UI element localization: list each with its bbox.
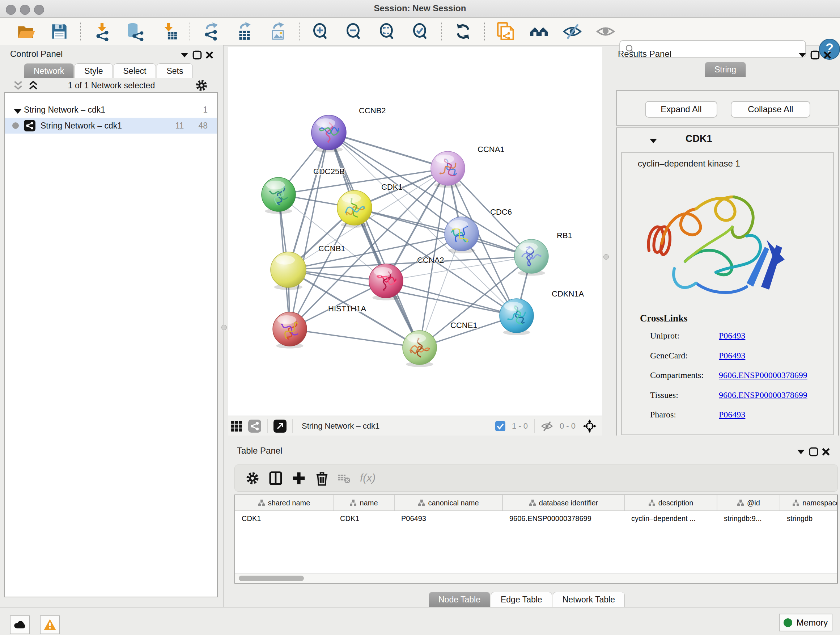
network-options-gear-icon[interactable] [195,79,208,92]
node-label-HIST1H1A: HIST1H1A [328,304,366,313]
table-row[interactable]: CDK1CDK1P064939606.ENSP00000378699cyclin… [235,511,837,526]
node-CDKN1A[interactable] [500,299,534,335]
collection-expander-icon[interactable] [11,105,24,114]
left-splitter-grip[interactable] [221,325,227,330]
crosslink-link[interactable]: P06493 [719,351,745,361]
save-session-button[interactable] [50,22,69,41]
import-table-file-button[interactable] [159,22,178,41]
edge-HIST1H1A-CCNE1[interactable] [290,329,420,348]
table-horizontal-scrollbar-track[interactable] [235,573,837,583]
export-table-button[interactable] [235,22,254,41]
zoom-fit-content-button[interactable] [377,22,397,41]
delete-columns-icon[interactable] [314,470,330,486]
network-row-selected[interactable]: String Network – cdk1 11 48 [5,118,217,134]
panel-menu-icon[interactable] [179,50,190,60]
create-column-icon[interactable] [291,470,306,486]
close-panel-icon[interactable] [204,50,215,60]
tab-select[interactable]: Select [114,63,156,78]
column-header-description[interactable]: description [625,495,717,510]
birdseye-grid-icon[interactable] [231,420,242,432]
table-cell[interactable]: stringdb [780,511,838,526]
float-panel-icon[interactable] [810,50,821,60]
collapse-all-button[interactable]: Collapse All [731,101,810,118]
table-toolbar: f(x) [234,464,838,492]
tab-sets[interactable]: Sets [156,63,193,78]
network-collection-row[interactable]: String Network – cdk1 1 [5,102,217,118]
node-label-RB1: RB1 [557,231,572,240]
open-session-button[interactable] [16,22,36,41]
refresh-view-button[interactable] [453,22,473,41]
memory-button[interactable]: Memory [779,614,832,631]
tab-string[interactable]: String [705,62,746,77]
column-header-name[interactable]: name [333,495,395,510]
edge-CCNA1-CDC25B[interactable] [279,168,448,195]
table-cell[interactable]: CDK1 [235,511,333,526]
export-image-button[interactable] [268,22,287,41]
eye-strike-button[interactable] [562,22,582,41]
column-header-shared-name[interactable]: shared name [235,495,333,510]
show-columns-icon[interactable] [268,470,283,486]
tab-edge-table[interactable]: Edge Table [491,592,552,607]
edge-CCNA1-HIST1H1A[interactable] [290,168,448,329]
edge-CCNB2-HIST1H1A[interactable] [290,133,329,329]
table-cell[interactable]: 9606.ENSP00000378699 [503,511,625,526]
table-cell[interactable]: CDK1 [333,511,395,526]
float-panel-icon[interactable] [192,50,202,60]
table-horizontal-scrollbar[interactable] [239,576,304,581]
copy-documents-button[interactable] [496,22,515,41]
crosslink-link[interactable]: P06493 [719,331,745,340]
main-toolbar: ? [0,18,840,46]
protein-inner-box: cyclin–dependent kinase 1 CrossLinks Uni… [621,152,834,435]
node-HIST1H1A[interactable] [273,312,307,348]
eye-button[interactable] [596,22,615,41]
navigator-crosshair-icon[interactable] [582,418,597,434]
crosslink-link[interactable]: 9606.ENSP00000378699 [719,371,807,380]
right-splitter-grip[interactable] [603,254,609,260]
node-CDC25B[interactable] [262,177,295,214]
string-network-graph[interactable]: CCNB2CCNA1CDC25BCDK1CDC6RB1CCNB1CCNA2CDK… [228,47,602,416]
table-cell[interactable]: P06493 [395,511,503,526]
column-header-namespace[interactable]: namespace [780,495,838,510]
import-network-database-button[interactable] [126,22,145,41]
panel-menu-icon[interactable] [797,50,808,60]
delete-table-icon-disabled [338,472,351,485]
hidden-eye-icon[interactable] [541,420,553,432]
node-CCNB1[interactable] [271,252,306,290]
import-network-file-button[interactable] [92,22,112,41]
close-panel-icon[interactable] [821,447,831,457]
close-panel-icon[interactable] [822,50,833,60]
zoom-out-button[interactable] [344,22,363,41]
node-table[interactable]: shared namenamecanonical namedatabase id… [234,494,838,584]
float-panel-icon[interactable] [808,447,819,457]
crosslink-link[interactable]: P06493 [719,410,745,420]
network-view-canvas[interactable]: CCNB2CCNA1CDC25BCDK1CDC6RB1CCNB1CCNA2CDK… [228,47,602,416]
edge-CCNB2-CCNE1[interactable] [329,133,420,348]
panel-menu-icon[interactable] [796,447,806,457]
column-header-id[interactable]: @id [717,495,780,510]
node-CCNE1[interactable] [403,331,437,367]
homes-button[interactable] [529,22,549,41]
table-cell[interactable]: stringdb:9... [717,511,780,526]
zoom-in-button[interactable] [311,22,330,41]
column-header-database-identifier[interactable]: database identifier [503,495,625,510]
table-options-gear-icon[interactable] [245,470,260,486]
tab-style[interactable]: Style [74,63,112,78]
network-share-icon[interactable] [248,420,261,432]
zoom-selected-button[interactable] [411,22,430,41]
warnings-button[interactable] [40,616,60,634]
cloud-status-button[interactable] [10,616,30,634]
export-network-button[interactable] [202,22,221,41]
node-RB1[interactable] [515,239,548,276]
tab-node-table[interactable]: Node Table [429,592,490,607]
crosslink-link[interactable]: 9606.ENSP00000378699 [719,390,807,400]
protein-expander-icon[interactable] [648,135,659,146]
tab-network[interactable]: Network [24,63,74,78]
tab-network-table[interactable]: Network Table [553,592,625,607]
node-CCNA1[interactable] [431,151,465,188]
detach-view-icon[interactable] [273,420,286,432]
column-header-canonical-name[interactable]: canonical name [395,495,503,510]
selected-checkbox-icon[interactable] [495,421,505,431]
node-CDC6[interactable] [445,217,478,253]
table-cell[interactable]: cyclin–dependent ... [625,511,717,526]
expand-all-button[interactable]: Expand All [645,101,717,118]
